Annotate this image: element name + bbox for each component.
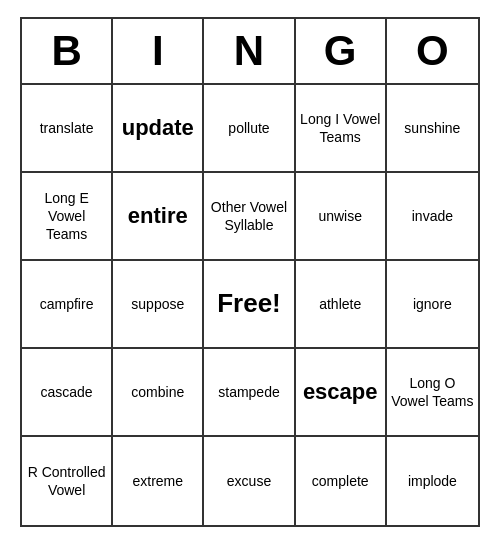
- cell-r2-c2: Free!: [204, 261, 295, 349]
- cell-r2-c4: ignore: [387, 261, 478, 349]
- cell-r2-c1: suppose: [113, 261, 204, 349]
- cell-r1-c3: unwise: [296, 173, 387, 261]
- header-letter: O: [387, 19, 478, 83]
- cell-r2-c3: athlete: [296, 261, 387, 349]
- header-letter: G: [296, 19, 387, 83]
- cell-r3-c4: Long O Vowel Teams: [387, 349, 478, 437]
- cell-r0-c2: pollute: [204, 85, 295, 173]
- cell-r0-c0: translate: [22, 85, 113, 173]
- cell-r1-c1: entire: [113, 173, 204, 261]
- cell-r4-c1: extreme: [113, 437, 204, 525]
- header-letter: N: [204, 19, 295, 83]
- bingo-card: BINGO translateupdatepolluteLong I Vowel…: [20, 17, 480, 527]
- cell-r4-c4: implode: [387, 437, 478, 525]
- cell-r3-c2: stampede: [204, 349, 295, 437]
- cell-r0-c3: Long I Vowel Teams: [296, 85, 387, 173]
- header-letter: I: [113, 19, 204, 83]
- cell-r4-c2: excuse: [204, 437, 295, 525]
- cell-r1-c0: Long E Vowel Teams: [22, 173, 113, 261]
- cell-r3-c0: cascade: [22, 349, 113, 437]
- header-letter: B: [22, 19, 113, 83]
- cell-r4-c3: complete: [296, 437, 387, 525]
- cell-r4-c0: R Controlled Vowel: [22, 437, 113, 525]
- cell-r0-c4: sunshine: [387, 85, 478, 173]
- cell-r3-c1: combine: [113, 349, 204, 437]
- cell-r3-c3: escape: [296, 349, 387, 437]
- bingo-grid: translateupdatepolluteLong I Vowel Teams…: [22, 85, 478, 525]
- bingo-header: BINGO: [22, 19, 478, 85]
- cell-r1-c4: invade: [387, 173, 478, 261]
- cell-r0-c1: update: [113, 85, 204, 173]
- cell-r2-c0: campfire: [22, 261, 113, 349]
- cell-r1-c2: Other Vowel Syllable: [204, 173, 295, 261]
